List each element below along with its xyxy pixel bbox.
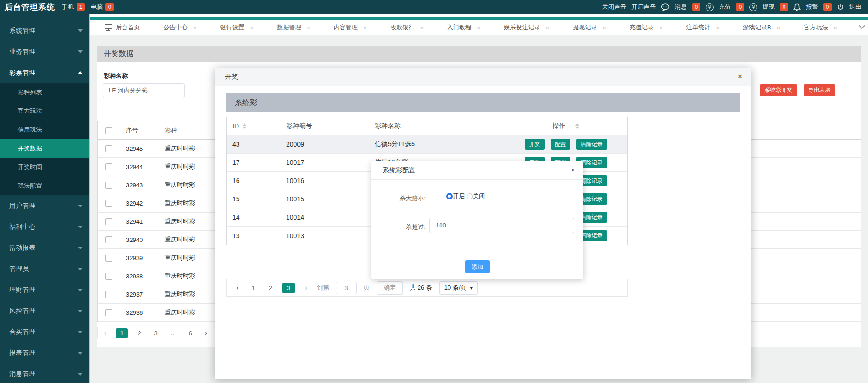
close-icon[interactable]: × <box>307 24 310 31</box>
page-6-button[interactable]: 6 <box>186 330 196 337</box>
sound-off-button[interactable]: 关闭声音 <box>602 3 626 11</box>
close-icon[interactable]: × <box>420 24 424 31</box>
col-header-id[interactable]: ID <box>227 117 280 135</box>
tab-notice-center[interactable]: 公告中心× <box>152 23 209 32</box>
sidebar-item-risk[interactable]: 风控管理 <box>0 300 89 321</box>
sidebar-item-welfare[interactable]: 福利中心 <box>0 216 89 237</box>
sidebar-item-finance[interactable]: 理财管理 <box>0 279 89 300</box>
tab-data-management[interactable]: 数据管理× <box>265 23 322 32</box>
tab-recharge-records[interactable]: 充值记录× <box>618 23 675 32</box>
sort-icon[interactable] <box>243 123 246 129</box>
tab-withdraw-records[interactable]: 提现记录× <box>561 23 618 32</box>
sort-icon[interactable] <box>575 123 579 129</box>
radio-off-label[interactable]: 关闭 <box>473 192 485 200</box>
col-header-lottery: 彩种 <box>159 121 220 139</box>
sound-on-button[interactable]: 开启声音 <box>631 3 656 11</box>
close-icon[interactable]: × <box>716 24 720 31</box>
logout-button[interactable]: 退出 <box>849 3 861 11</box>
close-icon[interactable]: × <box>659 24 663 31</box>
tab-bet-records[interactable]: 娱乐投注记录× <box>492 23 561 32</box>
next-page-button[interactable]: › <box>202 329 210 337</box>
sidebar-item-activity-report[interactable]: 活动报表 <box>0 237 89 258</box>
col-header-actions[interactable]: 操作 <box>504 117 627 135</box>
row-checkbox[interactable] <box>105 200 112 207</box>
sidebar-subitem-play-config[interactable]: 玩法配置 <box>0 177 89 195</box>
tab-tutorial[interactable]: 入门教程× <box>435 23 492 32</box>
kill-exceed-input[interactable] <box>429 218 574 233</box>
close-icon[interactable]: × <box>602 24 606 31</box>
sidebar-subitem-lottery-list[interactable]: 彩种列表 <box>0 83 89 102</box>
tab-home[interactable]: 后台首页 <box>93 23 152 32</box>
close-icon[interactable]: × <box>546 24 550 31</box>
alarm-link[interactable]: 报警 <box>806 3 818 11</box>
page-3-button[interactable]: 3 <box>282 283 295 293</box>
export-table-button[interactable]: 导出表格 <box>804 84 835 96</box>
recharge-link[interactable]: 充值 <box>719 3 731 11</box>
row-checkbox[interactable] <box>105 291 112 298</box>
next-page-button[interactable]: › <box>302 284 310 292</box>
sidebar-item-group-buy[interactable]: 合买管理 <box>0 321 89 342</box>
prev-page-button[interactable]: ‹ <box>101 329 109 337</box>
chevron-down-icon <box>78 50 83 53</box>
close-icon[interactable]: × <box>777 24 781 31</box>
radio-off-unselected[interactable] <box>467 193 473 199</box>
sidebar-subitem-draw-time[interactable]: 开奖时间 <box>0 158 89 177</box>
table-row[interactable]: 43 20009 信德5分11选5 开奖 配置 清除记录 <box>227 135 627 154</box>
system-lottery-draw-button[interactable]: 系统彩开奖 <box>760 84 797 96</box>
close-icon[interactable]: × <box>477 24 481 31</box>
sidebar-item-lottery[interactable]: 彩票管理 <box>0 62 89 83</box>
row-checkbox[interactable] <box>105 163 112 170</box>
tab-overflow-chevron-icon[interactable] <box>859 22 865 29</box>
radio-on-selected[interactable] <box>446 193 453 199</box>
radio-on-label[interactable]: 开启 <box>453 192 465 200</box>
row-checkbox[interactable] <box>105 218 112 225</box>
sidebar-item-business[interactable]: 业务管理 <box>0 41 89 62</box>
tab-content-management[interactable]: 内容管理× <box>322 23 379 32</box>
draw-button[interactable]: 开奖 <box>525 139 545 150</box>
lottery-name-select[interactable]: LF 河内分分彩 <box>103 83 185 98</box>
row-checkbox[interactable] <box>105 309 112 316</box>
sidebar-subitem-credit-play[interactable]: 信用玩法 <box>0 121 89 139</box>
row-checkbox[interactable] <box>105 236 112 243</box>
messages-link[interactable]: 消息 <box>675 3 687 11</box>
tab-bank-settings[interactable]: 银行设置× <box>209 23 266 32</box>
sidebar-item-admin[interactable]: 管理员 <box>0 258 89 279</box>
kill-big-pay-small-label: 杀大赔小: <box>381 194 426 203</box>
confirm-page-button[interactable]: 确定 <box>377 281 403 295</box>
close-icon[interactable]: × <box>833 24 837 31</box>
row-checkbox[interactable] <box>105 182 112 189</box>
tab-game-records-b[interactable]: 游戏记录B× <box>731 23 792 32</box>
row-checkbox[interactable] <box>105 255 112 262</box>
add-button[interactable]: 添加 <box>465 260 490 273</box>
close-icon[interactable]: × <box>738 73 742 80</box>
close-icon[interactable]: × <box>571 166 575 173</box>
goto-page-input[interactable] <box>336 282 357 294</box>
sidebar-subitem-official-play[interactable]: 官方玩法 <box>0 102 89 121</box>
page-3-button[interactable]: 3 <box>151 330 161 337</box>
sidebar-item-system[interactable]: 系统管理 <box>0 20 89 41</box>
row-checkbox[interactable] <box>105 273 112 280</box>
page-2-button[interactable]: 2 <box>134 330 144 337</box>
tab-receiving-bank[interactable]: 收款银行× <box>378 23 435 32</box>
tab-add-member[interactable]: 增加会员× <box>849 23 856 32</box>
select-all-checkbox[interactable] <box>105 127 112 134</box>
close-icon[interactable]: × <box>250 24 254 31</box>
sidebar-item-report[interactable]: 报表管理 <box>0 342 89 363</box>
chevron-down-icon <box>78 310 83 312</box>
tab-official-play[interactable]: 官方玩法× <box>792 23 849 32</box>
clear-records-button[interactable]: 清除记录 <box>576 139 607 150</box>
withdraw-link[interactable]: 提现 <box>763 3 775 11</box>
page-1-button[interactable]: 1 <box>248 284 258 291</box>
row-checkbox[interactable] <box>105 145 112 152</box>
tab-order-stats[interactable]: 注单统计× <box>674 23 731 32</box>
config-button[interactable]: 配置 <box>551 139 570 150</box>
prev-page-button[interactable]: ‹ <box>233 284 241 292</box>
close-icon[interactable]: × <box>364 24 367 31</box>
page-2-button[interactable]: 2 <box>266 284 275 291</box>
close-icon[interactable]: × <box>193 24 197 31</box>
sidebar-item-users[interactable]: 用户管理 <box>0 195 89 216</box>
per-page-select[interactable]: 10 条/页 ▾ <box>439 281 478 295</box>
page-1-button[interactable]: 1 <box>116 328 128 338</box>
sidebar-item-message[interactable]: 消息管理 <box>0 363 89 383</box>
sidebar-subitem-draw-data[interactable]: 开奖数据 <box>0 139 89 158</box>
